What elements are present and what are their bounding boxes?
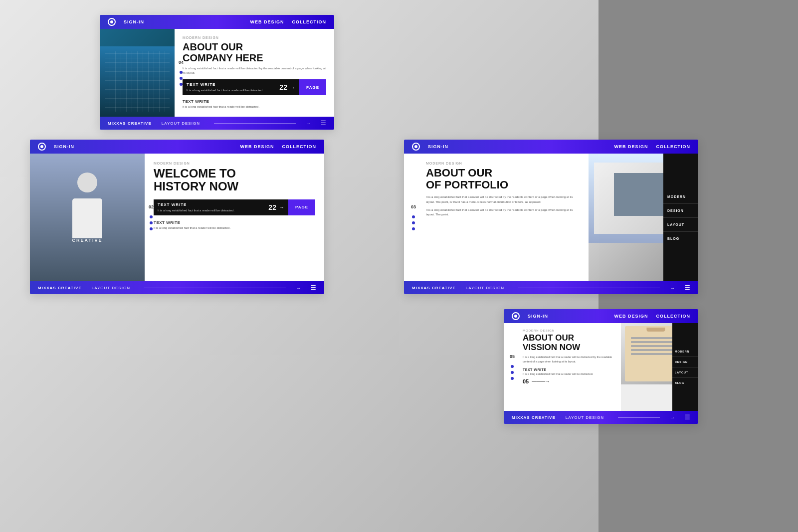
card4-footer-menu-icon[interactable]: ☰: [685, 414, 690, 421]
card4-tw-lower: TEXT WRITE It is a long established fact…: [523, 368, 614, 376]
card-3: SIGN-IN WEB DESIGN COLLECTION 03 MODERN …: [404, 140, 698, 294]
card4-menu-item-1[interactable]: MODERN: [672, 347, 698, 357]
card3-body: 03 MODERN DESIGN ABOUT OUR OF PORTFOLIO …: [404, 154, 698, 281]
card4-side-menu: MODERN DESIGN LAYOUT BLOG: [672, 323, 698, 411]
card3-footer-menu-icon[interactable]: ☰: [685, 284, 690, 291]
card2-page-btn[interactable]: PAGE: [288, 199, 315, 215]
card3-side-menu: MODERN DESIGN LAYOUT BLOG: [663, 154, 698, 281]
card4-footer-layout: LAYOUT DESIGN: [566, 415, 604, 420]
card2-main-title: WELCOME TO HISTORY NOW: [154, 167, 315, 193]
card2-tw-box: TEXT WRITE It is a long established fact…: [154, 199, 264, 215]
card4-main-title: ABOUT OUR VISSION NOW: [523, 334, 614, 352]
card2-person-graphic: [30, 154, 145, 281]
card1-main-title: ABOUT OUR COMPANY HERE: [183, 41, 326, 63]
card1-tw-section: TEXT WRITE It is a long established fact…: [183, 79, 326, 95]
card2-tw-title: TEXT WRITE: [158, 202, 260, 207]
dot-9: [412, 227, 415, 230]
card1-footer-layout: LAYOUT DESIGN: [162, 121, 200, 126]
card1-footer: MIXXAS CREATIVE LAYOUT DESIGN → ☰: [100, 117, 334, 130]
card4-arrow-icon: ———→: [532, 379, 550, 384]
card4-footer-arrow: →: [670, 415, 675, 420]
card1-page-row: 22 →: [275, 79, 299, 95]
card1-footer-brand: MIXXAS CREATIVE: [108, 121, 152, 126]
nav-icon-3: [412, 143, 420, 151]
card1-nav-link-1: WEB DESIGN: [250, 19, 284, 24]
card-4: SIGN-IN WEB DESIGN COLLECTION 05 MODERN …: [504, 309, 698, 424]
card2-footer-menu-icon[interactable]: ☰: [311, 284, 316, 291]
card1-arrow-icon: →: [290, 85, 295, 90]
card3-menu-item-2[interactable]: DESIGN: [663, 204, 698, 218]
dot-8: [412, 221, 415, 224]
card2-nav-link-1: WEB DESIGN: [240, 144, 274, 149]
card1-footer-line: [214, 123, 296, 124]
card2-nav-link-2: COLLECTION: [282, 144, 317, 149]
card2-tw-desc2: It is a long established fact that a rea…: [154, 226, 315, 230]
building-graphic: [100, 46, 175, 117]
dot-10: [511, 365, 514, 368]
card4-menu-item-4[interactable]: BLOG: [672, 378, 698, 388]
card2-modern-design: MODERN DESIGN: [154, 162, 315, 165]
card1-page-btn[interactable]: PAGE: [299, 79, 326, 95]
dot-11: [511, 371, 514, 374]
card2-page-num: 02: [149, 204, 154, 209]
dot-12: [511, 377, 514, 380]
card4-right-sidebar: MODERN DESIGN LAYOUT BLOG: [621, 323, 698, 411]
card1-footer-menu-icon[interactable]: ☰: [321, 120, 326, 127]
card3-menu-item-1[interactable]: MODERN: [663, 190, 698, 204]
nav-icon-4: [512, 312, 520, 320]
card1-tw-box: TEXT WRITE It is a long established fact…: [183, 79, 275, 95]
card2-number: 22: [268, 203, 276, 211]
dot-6: [150, 227, 153, 230]
card4-nav-title: SIGN-IN: [528, 314, 548, 319]
card2-nav: SIGN-IN WEB DESIGN COLLECTION: [30, 140, 324, 154]
card3-menu-item-4[interactable]: BLOG: [663, 232, 698, 245]
card2-footer-brand: MIXXAS CREATIVE: [38, 286, 82, 290]
card3-modern-design: MODERN DESIGN: [426, 162, 581, 165]
card3-desc2: It is a long established fact that a rea…: [426, 208, 581, 217]
person-body: [72, 198, 102, 238]
card3-page-num: 03: [411, 204, 416, 209]
card4-modern-design: MODERN DESIGN: [523, 329, 614, 332]
card3-desc1: It is a long established fact that a rea…: [426, 195, 581, 204]
card1-nav-title: SIGN-IN: [124, 19, 144, 24]
card1-tw-title2: TEXT WRITE: [183, 99, 326, 104]
card4-page-num: 05: [510, 354, 515, 359]
card4-body: 05 MODERN DESIGN ABOUT OUR VISSION NOW I…: [504, 323, 698, 411]
card1-number: 22: [279, 83, 287, 91]
nav-icon-1: [108, 18, 116, 26]
card3-nav-link-2: COLLECTION: [656, 144, 691, 149]
card3-menu-item-3[interactable]: LAYOUT: [663, 218, 698, 232]
card4-nav: SIGN-IN WEB DESIGN COLLECTION: [504, 309, 698, 323]
card1-tw-title: TEXT WRITE: [187, 82, 271, 87]
card2-footer-arrow: →: [296, 285, 301, 291]
card1-nav-link-2: COLLECTION: [292, 19, 327, 24]
card4-menu-item-2[interactable]: DESIGN: [672, 357, 698, 367]
card1-body: 04 MODERN DESIGN ABOUT OUR COMPANY HERE …: [100, 29, 334, 117]
nav-icon-2: [38, 143, 46, 151]
card4-number: 05: [523, 378, 529, 384]
card3-footer-arrow: →: [670, 285, 675, 291]
card4-footer-line: [618, 417, 660, 418]
card2-photo: [30, 154, 145, 281]
card1-footer-arrow: →: [306, 121, 311, 126]
card3-footer-brand: MIXXAS CREATIVE: [412, 286, 456, 290]
card3-footer-layout: LAYOUT DESIGN: [466, 286, 504, 290]
card4-tw-title: TEXT WRITE: [523, 368, 614, 371]
card4-page-row: 05 ———→: [523, 378, 614, 384]
card3-nav-title: SIGN-IN: [428, 144, 448, 149]
card1-building-image: [100, 29, 175, 117]
card2-arrow-icon: →: [279, 204, 284, 210]
card4-side-dots: 05: [510, 354, 515, 380]
card1-tw-lower: TEXT WRITE It is a long established fact…: [183, 99, 326, 109]
card1-modern-design: MODERN DESIGN: [183, 36, 326, 39]
card2-tw-lower: TEXT WRITE It is a long established fact…: [154, 220, 315, 230]
card4-menu-item-3[interactable]: LAYOUT: [672, 367, 698, 378]
card2-body: 02 MODERN DESIGN WELCOME TO HISTORY NOW …: [30, 154, 324, 281]
card4-footer: MIXXAS CREATIVE LAYOUT DESIGN → ☰: [504, 411, 698, 424]
card2-footer-layout: LAYOUT DESIGN: [92, 286, 130, 290]
card4-tw-desc: It is a long established fact that a rea…: [523, 372, 614, 376]
card4-desc: It is a long established fact that a rea…: [523, 355, 614, 364]
card4-nav-link-2: COLLECTION: [656, 314, 691, 319]
card1-nav: SIGN-IN WEB DESIGN COLLECTION: [100, 15, 334, 29]
card3-side-dots: 03: [411, 204, 416, 230]
